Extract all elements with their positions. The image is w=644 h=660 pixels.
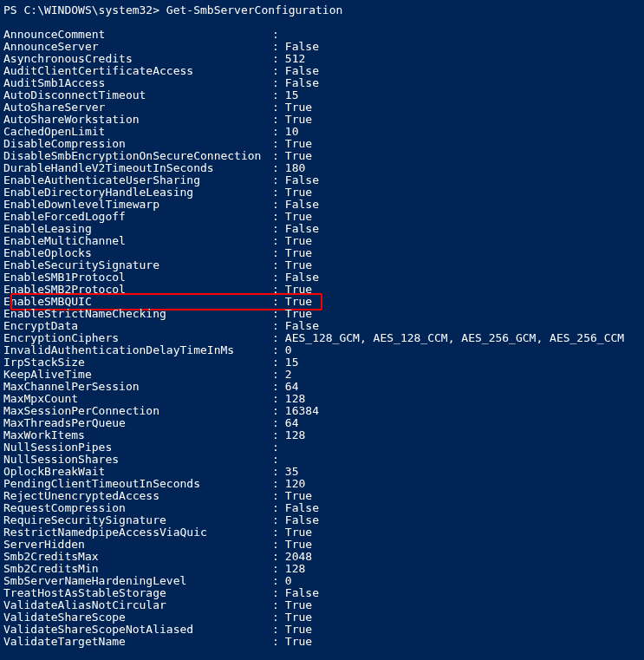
config-row: Smb2CreditsMin:128 (3, 563, 644, 575)
config-value (279, 441, 285, 454)
config-value: True (279, 490, 312, 502)
config-row: EnableMultiChannel:True (3, 235, 644, 247)
config-row: Smb2CreditsMax:2048 (3, 551, 644, 563)
config-value (279, 454, 285, 466)
config-value: False (279, 271, 319, 284)
separator: : (272, 53, 279, 65)
config-value: True (279, 624, 312, 636)
config-value: 15 (279, 356, 299, 369)
separator: : (272, 308, 279, 320)
config-key: AutoDisconnectTimeout (3, 89, 272, 101)
config-key: KeepAliveTime (3, 369, 272, 381)
config-row: MaxSessionPerConnection:16384 (3, 405, 644, 417)
config-value: 512 (279, 53, 305, 65)
separator: : (272, 235, 279, 247)
config-key: NullSessionShares (3, 454, 272, 466)
separator: : (272, 223, 279, 235)
config-key: MaxChannelPerSession (3, 381, 272, 393)
config-key: EnableMultiChannel (3, 235, 272, 247)
config-row: EnableSMB2Protocol:True (3, 284, 644, 296)
config-key: DisableCompression (3, 138, 272, 150)
separator: : (272, 89, 279, 101)
separator: : (272, 41, 279, 53)
separator: : (272, 405, 279, 417)
config-value: True (279, 114, 312, 126)
config-value: True (279, 211, 312, 223)
config-key: CachedOpenLimit (3, 126, 272, 138)
config-value: 128 (279, 393, 305, 405)
separator: : (272, 114, 279, 126)
config-row: DurableHandleV2TimeoutInSeconds:180 (3, 162, 644, 174)
config-key: EnableOplocks (3, 247, 272, 259)
terminal-prompt-line[interactable]: PS C:\WINDOWS\system32> Get-SmbServerCon… (3, 3, 644, 16)
separator: : (272, 502, 279, 514)
config-key: EnableForcedLogoff (3, 211, 272, 223)
config-row: SmbServerNameHardeningLevel:0 (3, 575, 644, 587)
separator: : (272, 563, 279, 575)
config-value: True (279, 284, 312, 296)
config-key: TreatHostAsStableStorage (3, 587, 272, 599)
config-row: EnableSMBQUIC:True (3, 296, 644, 308)
config-row: ValidateAliasNotCircular:True (3, 599, 644, 611)
separator: : (272, 284, 279, 296)
separator: : (272, 247, 279, 259)
separator: : (272, 259, 279, 271)
separator: : (272, 539, 279, 551)
separator: : (272, 526, 279, 539)
separator: : (272, 514, 279, 526)
config-row: AnnounceServer:False (3, 41, 644, 53)
config-value: True (279, 308, 312, 320)
config-value: True (279, 611, 312, 624)
separator: : (272, 381, 279, 393)
config-key: AuditSmb1Access (3, 77, 272, 89)
config-row: AuditClientCertificateAccess:False (3, 65, 644, 77)
config-key: EnableSMB1Protocol (3, 271, 272, 284)
config-key: ValidateTargetName (3, 636, 272, 648)
config-row: RestrictNamedpipeAccessViaQuic:True (3, 526, 644, 539)
config-row: EncryptData:False (3, 320, 644, 332)
config-key: AutoShareWorkstation (3, 114, 272, 126)
config-row: MaxThreadsPerQueue:64 (3, 417, 644, 429)
config-value: AES_128_GCM, AES_128_CCM, AES_256_GCM, A… (279, 332, 624, 344)
config-value: True (279, 526, 312, 539)
separator: : (272, 77, 279, 89)
config-key: MaxMpxCount (3, 393, 272, 405)
config-row: AuditSmb1Access:False (3, 77, 644, 89)
config-value: True (279, 101, 312, 114)
separator: : (272, 417, 279, 429)
config-key: NullSessionPipes (3, 441, 272, 454)
separator: : (272, 332, 279, 344)
config-key: EnableSMB2Protocol (3, 284, 272, 296)
config-row: MaxChannelPerSession:64 (3, 381, 644, 393)
config-value: 64 (279, 381, 299, 393)
separator: : (272, 344, 279, 356)
config-value: 120 (279, 478, 305, 490)
config-value: 0 (279, 344, 292, 356)
config-value: False (279, 199, 319, 211)
config-value: True (279, 636, 312, 648)
config-key: ValidateShareScope (3, 611, 272, 624)
config-value: True (279, 247, 312, 259)
separator: : (272, 186, 279, 199)
config-key: MaxWorkItems (3, 429, 272, 441)
separator: : (272, 162, 279, 174)
config-value: False (279, 41, 319, 53)
config-row: IrpStackSize:15 (3, 356, 644, 369)
config-row: NullSessionPipes: (3, 441, 644, 454)
config-key: AnnounceServer (3, 41, 272, 53)
config-value: False (279, 502, 319, 514)
config-key: ServerHidden (3, 539, 272, 551)
config-row: RequireSecuritySignature:False (3, 514, 644, 526)
config-row: KeepAliveTime:2 (3, 369, 644, 381)
separator: : (272, 393, 279, 405)
config-row: ValidateTargetName:True (3, 636, 644, 648)
separator: : (272, 490, 279, 502)
config-key: EnableStrictNameChecking (3, 308, 272, 320)
config-row: AutoDisconnectTimeout:15 (3, 89, 644, 101)
prompt-text: PS C:\WINDOWS\system32> Get-SmbServerCon… (3, 3, 342, 16)
config-key: InvalidAuthenticationDelayTimeInMs (3, 344, 272, 356)
config-key: IrpStackSize (3, 356, 272, 369)
config-key: RejectUnencryptedAccess (3, 490, 272, 502)
config-key: PendingClientTimeoutInSeconds (3, 478, 272, 490)
command-output: AnnounceComment:AnnounceServer:FalseAsyn… (3, 29, 644, 648)
